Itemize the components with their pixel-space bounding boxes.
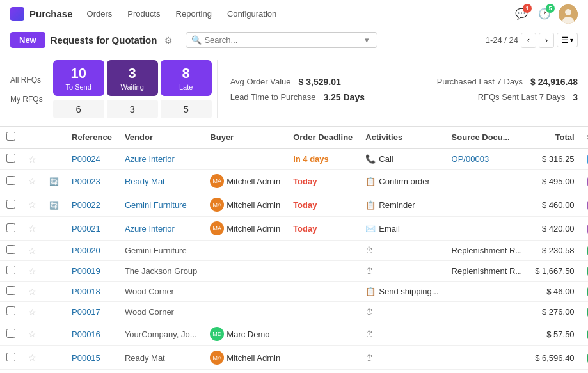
header-activities[interactable]: Activities bbox=[359, 127, 445, 148]
header-star bbox=[22, 127, 43, 148]
row-checkbox[interactable] bbox=[6, 176, 15, 185]
vendor-name[interactable]: Ready Mat bbox=[125, 177, 165, 186]
activity-badge: 5 bbox=[546, 4, 555, 13]
star-icon[interactable]: ☆ bbox=[28, 246, 36, 256]
late-card[interactable]: 8 Late bbox=[161, 60, 212, 96]
star-icon[interactable]: ☆ bbox=[28, 223, 36, 234]
activity-cell[interactable]: ⏱ bbox=[365, 307, 438, 317]
star-icon[interactable]: ☆ bbox=[28, 154, 36, 164]
activity-cell[interactable]: ⏱ bbox=[365, 266, 438, 276]
activity-cell[interactable]: 📋 Send shipping... bbox=[365, 287, 438, 296]
refresh-icon[interactable]: 🔄 bbox=[49, 177, 59, 186]
row-checkbox[interactable] bbox=[6, 154, 15, 163]
my-rfqs-late[interactable]: 5 bbox=[161, 100, 212, 118]
search-input[interactable] bbox=[204, 35, 362, 45]
header-source[interactable]: Source Docu... bbox=[445, 127, 529, 148]
source-document[interactable]: OP/00003 bbox=[452, 154, 489, 164]
my-rfqs-waiting[interactable]: 3 bbox=[107, 100, 158, 118]
buyer-avatar: MA bbox=[210, 351, 224, 365]
my-rfqs-to-send[interactable]: 6 bbox=[53, 100, 104, 118]
vendor-name[interactable]: Gemini Furniture bbox=[125, 246, 187, 255]
my-rfqs-label[interactable]: My RFQs bbox=[10, 93, 43, 105]
activity-cell[interactable]: ✉️ Email bbox=[365, 224, 438, 234]
nav-products[interactable]: Products bbox=[121, 5, 166, 22]
reference-link[interactable]: P00019 bbox=[72, 266, 100, 276]
vendor-name[interactable]: Wood Corner bbox=[125, 307, 174, 317]
header-status[interactable]: Status bbox=[581, 127, 588, 148]
activity-cell[interactable]: ⏱ bbox=[365, 246, 438, 255]
star-icon[interactable]: ☆ bbox=[28, 200, 36, 210]
buyer-avatar: MA bbox=[210, 174, 224, 188]
user-avatar[interactable] bbox=[559, 4, 578, 24]
nav-reporting[interactable]: Reporting bbox=[170, 5, 218, 22]
row-checkbox[interactable] bbox=[6, 266, 15, 274]
nav-icons: 💬 1 🕐 5 bbox=[513, 4, 578, 24]
star-icon[interactable]: ☆ bbox=[28, 353, 36, 363]
to-send-card[interactable]: 10 To Send bbox=[53, 60, 104, 96]
vendor-name[interactable]: Wood Corner bbox=[125, 287, 174, 296]
row-checkbox[interactable] bbox=[6, 245, 15, 254]
star-icon[interactable]: ☆ bbox=[28, 307, 36, 317]
activity-cell[interactable]: ⏱ bbox=[365, 353, 438, 363]
activity-cell[interactable]: 📋 Confirm order bbox=[365, 177, 438, 186]
search-dropdown-button[interactable]: ▾ bbox=[362, 35, 372, 45]
star-icon[interactable]: ☆ bbox=[28, 176, 36, 186]
nav-orders[interactable]: Orders bbox=[81, 5, 119, 22]
star-icon[interactable]: ☆ bbox=[28, 266, 36, 276]
activity-cell[interactable]: 📋 Reminder bbox=[365, 200, 438, 210]
header-total[interactable]: Total bbox=[528, 127, 580, 148]
header-deadline[interactable]: Order Deadline bbox=[287, 127, 359, 148]
star-icon[interactable]: ☆ bbox=[28, 329, 36, 339]
activity-cell[interactable]: ⏱ bbox=[365, 329, 438, 339]
row-checkbox[interactable] bbox=[6, 353, 15, 361]
row-checkbox[interactable] bbox=[6, 329, 15, 338]
new-button[interactable]: New bbox=[10, 32, 45, 48]
reference-link[interactable]: P00022 bbox=[72, 200, 100, 210]
table-header-row: Reference Vendor Buyer Order Deadline Ac… bbox=[0, 127, 588, 148]
reference-link[interactable]: P00017 bbox=[72, 307, 100, 317]
table-row: ☆P00020Gemini Furniture ⏱ Replenishment … bbox=[0, 241, 588, 261]
header-select-all[interactable] bbox=[0, 127, 22, 148]
view-options-button[interactable]: ☰ ▾ bbox=[557, 33, 578, 47]
activity-text: Email bbox=[379, 224, 400, 234]
total-amount: $ 495.00 bbox=[542, 177, 575, 186]
header-buyer[interactable]: Buyer bbox=[203, 127, 287, 148]
reference-link[interactable]: P00020 bbox=[72, 246, 100, 255]
avg-order-item: Avg Order Value $ 3,529.01 bbox=[230, 77, 341, 87]
vendor-name[interactable]: The Jackson Group bbox=[125, 266, 197, 276]
reference-link[interactable]: P00016 bbox=[72, 329, 100, 339]
vendor-name[interactable]: Azure Interior bbox=[125, 224, 175, 234]
reference-link[interactable]: P00021 bbox=[72, 224, 100, 234]
vendor-name[interactable]: YourCompany, Jo... bbox=[125, 329, 197, 339]
all-rfqs-label[interactable]: All RFQs bbox=[10, 74, 43, 86]
reference-link[interactable]: P00023 bbox=[72, 177, 100, 186]
purchased-label: Purchased Last 7 Days bbox=[437, 77, 523, 86]
settings-icon[interactable]: ⚙ bbox=[164, 35, 173, 45]
row-checkbox[interactable] bbox=[6, 223, 15, 232]
page-title: Requests for Quotation bbox=[51, 35, 157, 45]
vendor-name[interactable]: Ready Mat bbox=[125, 353, 165, 363]
row-checkbox[interactable] bbox=[6, 306, 15, 315]
header-reference[interactable]: Reference bbox=[65, 127, 118, 148]
activity-cell[interactable]: 📞 Call bbox=[365, 154, 438, 164]
waiting-card[interactable]: 3 Waiting bbox=[107, 60, 158, 96]
vendor-name[interactable]: Azure Interior bbox=[125, 154, 175, 164]
pagination-prev-button[interactable]: ‹ bbox=[521, 33, 536, 48]
reference-link[interactable]: P00018 bbox=[72, 287, 100, 296]
nav-configuration[interactable]: Configuration bbox=[221, 5, 283, 22]
total-amount: $ 57.50 bbox=[546, 329, 574, 339]
vendor-name[interactable]: Gemini Furniture bbox=[125, 200, 187, 210]
select-all-checkbox[interactable] bbox=[6, 132, 15, 141]
pagination-next-button[interactable]: › bbox=[539, 33, 554, 48]
activity-button[interactable]: 🕐 5 bbox=[536, 5, 553, 23]
row-checkbox[interactable] bbox=[6, 286, 15, 295]
messages-button[interactable]: 💬 1 bbox=[513, 5, 530, 23]
refresh-icon[interactable]: 🔄 bbox=[49, 201, 59, 210]
star-icon[interactable]: ☆ bbox=[28, 287, 36, 297]
waiting-label: Waiting bbox=[117, 83, 148, 91]
rfq-sent-item: RFQs Sent Last 7 Days 3 bbox=[478, 92, 578, 102]
header-vendor[interactable]: Vendor bbox=[118, 127, 203, 148]
reference-link[interactable]: P00024 bbox=[72, 154, 100, 164]
reference-link[interactable]: P00015 bbox=[72, 353, 100, 363]
row-checkbox[interactable] bbox=[6, 200, 15, 209]
